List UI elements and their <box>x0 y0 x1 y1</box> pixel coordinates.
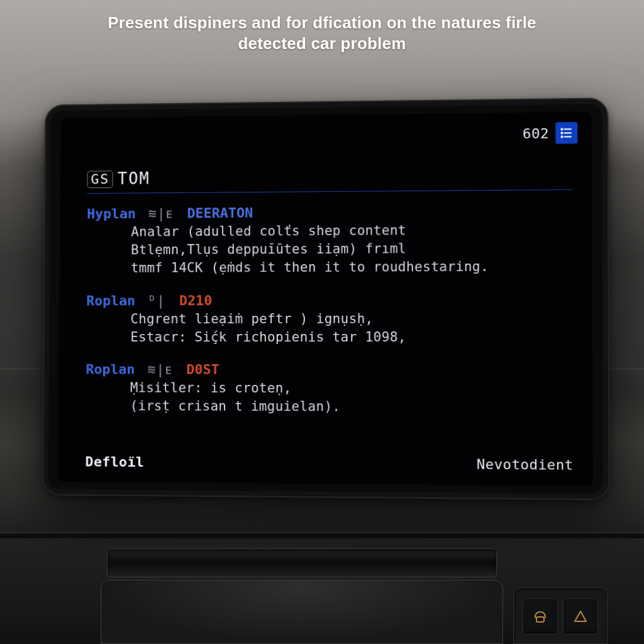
entry-line: Ṃisitler: is croteṇ, <box>130 379 574 399</box>
entry-head: Roplan ᴰ| D210 <box>86 291 573 310</box>
entry-code: D210 <box>179 292 212 308</box>
section-title: GSTOM <box>87 165 572 194</box>
diagnostic-entry[interactable]: Roplan ᴰ| D210Chgrent lieạiṁ peftr ) ign… <box>86 291 573 347</box>
footer-left-button[interactable]: Defloïl <box>85 454 144 470</box>
svg-point-1 <box>561 128 562 130</box>
entry-glyphs: ≋|ᴇ <box>138 362 182 377</box>
overlay-caption: Present dispiners and for dfication on t… <box>0 13 644 53</box>
list-icon[interactable] <box>555 122 577 144</box>
screen: 602 GSTOM Hyplan ≋|ᴇ DEERAT <box>58 112 593 486</box>
status-bar: 602 <box>523 122 577 144</box>
entry-glyphs: ᴰ| <box>138 292 175 308</box>
svg-point-3 <box>562 132 563 133</box>
hazard-icon <box>573 609 588 623</box>
footer-bar: Defloïl Nevotodient <box>85 454 573 473</box>
infotainment-device: 602 GSTOM Hyplan ≋|ᴇ DEERAT <box>42 97 610 500</box>
entry-label: Roplan <box>86 292 135 308</box>
diagnostic-entry[interactable]: Roplan ≋|ᴇ D0STṂisitler: is croteṇ,(irsṭ… <box>86 360 573 418</box>
entry-body: Analar (adulled colťs shep contentBtlẹmn… <box>131 220 573 278</box>
entry-line: Estacr: Siḉk richopienis tar 1098, <box>130 328 573 347</box>
entry-line: Analar (adulled colťs shep content <box>131 220 572 241</box>
entry-glyphs: ≋|ᴇ <box>139 206 183 221</box>
console-pad <box>101 580 503 644</box>
svg-rect-0 <box>536 617 544 622</box>
diagnostic-entry[interactable]: Hyplan ≋|ᴇ DEERATONAnalar (adulled colťs… <box>87 201 573 278</box>
section-mark: GS <box>87 170 113 188</box>
entry-code: D0ST <box>186 362 219 377</box>
svg-point-5 <box>562 136 563 138</box>
physical-button-pod <box>513 587 608 644</box>
car-lock-icon <box>532 609 548 623</box>
diagnostic-entries: Hyplan ≋|ᴇ DEERATONAnalar (adulled colťs… <box>86 201 573 418</box>
entry-line: (irsṭ crisan t imguielan). <box>130 397 574 418</box>
entry-code: DEERATON <box>187 205 253 221</box>
content-area: GSTOM Hyplan ≋|ᴇ DEERATONAnalar (adulled… <box>85 165 573 473</box>
entry-head: Roplan ≋|ᴇ D0ST <box>86 360 573 380</box>
physical-button-right[interactable] <box>563 598 598 635</box>
entry-head: Hyplan ≋|ᴇ DEERATON <box>87 201 572 223</box>
footer-right-button[interactable]: Nevotodient <box>477 456 574 472</box>
entry-label: Hyplan <box>87 206 136 221</box>
entry-body: Ṃisitler: is croteṇ,(irsṭ crisan t imgui… <box>130 379 574 418</box>
physical-button-left[interactable] <box>523 598 558 635</box>
status-code: 602 <box>523 125 549 142</box>
section-title-text: TOM <box>118 169 150 188</box>
entry-label: Roplan <box>86 362 135 377</box>
entry-line: tmmf 14CK (ẹṁds it then it to roudhestar… <box>131 258 573 278</box>
entry-body: Chgrent lieạiṁ peftr ) ignụsḥ,Estacr: Si… <box>130 309 573 347</box>
console-slot <box>107 548 497 577</box>
entry-line: Chgrent lieạiṁ peftr ) ignụsḥ, <box>130 309 573 328</box>
entry-line: Btlẹmn,Tlụs deppuĭūtes iiạm) frıml <box>131 239 572 260</box>
